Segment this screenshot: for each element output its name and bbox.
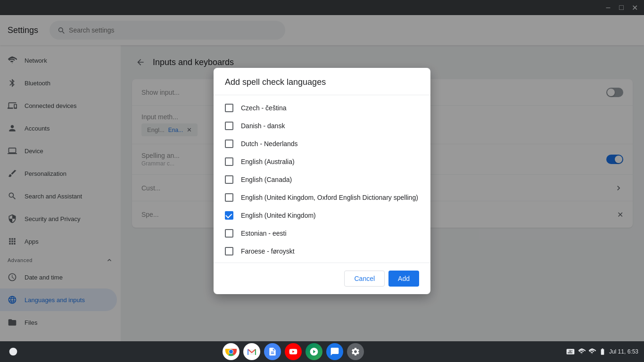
svg-point-0 (9, 348, 17, 356)
launcher-icon (8, 347, 18, 356)
english-canada-label: English (Canada) (241, 176, 292, 183)
dialog-title: Add spell check languages (214, 68, 430, 95)
messages-icon (330, 347, 339, 356)
taskbar-messages[interactable] (326, 343, 343, 360)
english-uk-checkbox[interactable] (225, 211, 233, 220)
play-icon (309, 347, 319, 356)
taskbar-chrome[interactable] (223, 343, 239, 360)
english-australia-label: English (Australia) (241, 158, 295, 165)
list-item[interactable]: Danish - dansk (214, 117, 430, 135)
list-item[interactable]: Estonian - eesti (214, 224, 430, 242)
gmail-icon (245, 345, 258, 358)
dialog-body: Czech - čeština Danish - dansk Dutch - N… (214, 95, 430, 263)
dutch-checkbox[interactable] (225, 140, 233, 148)
cancel-button[interactable]: Cancel (344, 271, 385, 287)
english-australia-checkbox[interactable] (225, 157, 233, 166)
battery-icon (599, 348, 606, 355)
danish-checkbox[interactable] (225, 122, 233, 130)
english-uk-oxford-label: English (United Kingdom, Oxford English … (241, 194, 418, 201)
spell-check-dialog: Add spell check languages Czech - češtin… (214, 68, 430, 294)
taskbar: Jul 11, 6:53 (0, 341, 644, 362)
faroese-checkbox[interactable] (225, 247, 233, 255)
list-item[interactable]: English (United Kingdom) (214, 206, 430, 224)
taskbar-right: Jul 11, 6:53 (566, 347, 638, 356)
taskbar-gmail[interactable] (243, 343, 260, 360)
taskbar-youtube[interactable] (285, 343, 302, 360)
youtube-icon (289, 347, 298, 356)
chrome-icon (224, 345, 238, 358)
add-button[interactable]: Add (388, 271, 419, 287)
time-display: Jul 11, 6:53 (609, 348, 638, 355)
taskbar-settings[interactable] (347, 343, 364, 360)
launcher-button[interactable] (6, 344, 21, 359)
english-uk-oxford-checkbox[interactable] (225, 193, 233, 202)
dialog-footer: Cancel Add (214, 263, 430, 294)
taskbar-center (223, 343, 364, 360)
dutch-label: Dutch - Nederlands (241, 140, 298, 148)
list-item[interactable]: English (Australia) (214, 153, 430, 171)
network-tray-icon (578, 348, 586, 355)
english-canada-checkbox[interactable] (225, 175, 233, 184)
list-item[interactable]: Faroese - føroyskt (214, 242, 430, 260)
taskbar-play[interactable] (305, 343, 322, 360)
list-item[interactable]: English (Canada) (214, 171, 430, 189)
czech-label: Czech - čeština (241, 104, 286, 112)
faroese-label: Faroese - føroyskt (241, 247, 295, 255)
settings-taskbar-icon (351, 347, 360, 356)
list-item[interactable]: English (United Kingdom, Oxford English … (214, 189, 430, 206)
svg-point-4 (229, 350, 233, 354)
taskbar-left (6, 344, 21, 359)
english-uk-label: English (United Kingdom) (241, 212, 316, 219)
list-item[interactable]: Czech - čeština (214, 99, 430, 117)
keyboard-icon (566, 347, 575, 356)
estonian-checkbox[interactable] (225, 229, 233, 238)
taskbar-docs[interactable] (264, 343, 281, 360)
wifi-tray-icon (588, 348, 596, 355)
dialog-overlay: Add spell check languages Czech - češtin… (0, 0, 644, 362)
docs-icon (268, 347, 277, 356)
estonian-label: Estonian - eesti (241, 230, 287, 237)
czech-checkbox[interactable] (225, 104, 233, 112)
danish-label: Danish - dansk (241, 122, 285, 130)
list-item[interactable]: Dutch - Nederlands (214, 135, 430, 153)
